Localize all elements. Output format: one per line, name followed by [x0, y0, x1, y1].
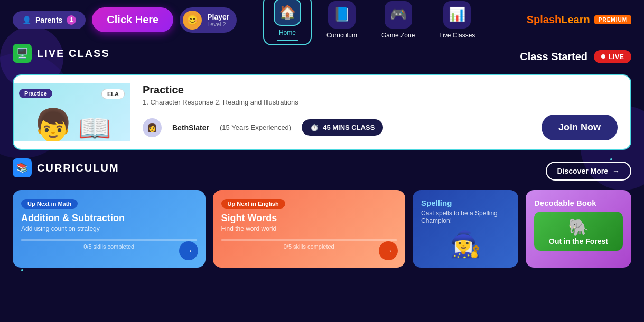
- tab-home-label: Home: [279, 29, 296, 36]
- brand: SplashLearn PREMIUM: [527, 14, 631, 26]
- discover-more-label: Discover More: [557, 167, 608, 175]
- curriculum-card-book[interactable]: Decodable Book 🐘 Out in the Forest: [526, 190, 631, 268]
- main-content: 🖥️ LIVE CLASS Class Started LIVE Practic…: [0, 40, 644, 272]
- curriculum-label: CURRICULUM: [37, 162, 119, 174]
- tab-liveclasses[interactable]: 📊 Live Classes: [430, 0, 484, 43]
- player-info: Player Level 2: [207, 13, 229, 27]
- parents-icon: 👤: [22, 16, 31, 24]
- join-now-label: Join Now: [558, 122, 601, 132]
- tab-gamezone-label: Game Zone: [381, 32, 415, 39]
- tab-curriculum[interactable]: 📘 Curriculum: [317, 0, 367, 43]
- english-progress-text: 0/5 skills completed: [221, 243, 397, 250]
- premium-badge: PREMIUM: [594, 15, 631, 24]
- discover-more-button[interactable]: Discover More →: [546, 162, 631, 181]
- live-class-card: Practice ELA 👦 📖 Practice 1. Character R…: [13, 74, 631, 150]
- tag-ela: ELA: [101, 89, 125, 99]
- math-arrow-button[interactable]: →: [179, 241, 198, 260]
- tab-home[interactable]: 🏠 Home: [263, 0, 312, 45]
- clock-icon: ⏱️: [310, 124, 319, 131]
- teacher-exp: (15 Years Experienced): [220, 124, 291, 131]
- book-inner-title: Out in the Forest: [543, 237, 614, 245]
- math-card-subtitle: Add using count on strategy: [21, 225, 197, 232]
- live-class-header: 🖥️ LIVE CLASS Class Started LIVE: [13, 44, 631, 69]
- card-body: Practice 1. Character Response 2. Readin…: [130, 75, 630, 149]
- teacher-name: BethSlater: [172, 124, 209, 132]
- card-title: Practice: [143, 84, 618, 96]
- english-up-next-tag: Up Next in English: [221, 199, 285, 209]
- spelling-title: Spelling: [421, 198, 510, 207]
- live-class-label: LIVE CLASS: [37, 48, 110, 60]
- curriculum-cards: Up Next in Math Addition & Subtraction A…: [13, 190, 631, 268]
- live-class-icon: 🖥️: [13, 44, 32, 63]
- teacher-avatar: 👩: [143, 118, 162, 137]
- liveclasses-icon: 📊: [443, 1, 471, 29]
- english-card-subtitle: Find the word world: [221, 225, 397, 232]
- card-thumbnail: Practice ELA 👦 📖: [14, 83, 130, 141]
- mins-label: 45 MINS CLASS: [323, 124, 375, 131]
- tag-practice: Practice: [19, 89, 52, 98]
- gamezone-icon: 🎮: [385, 1, 412, 29]
- english-progress-bar: [221, 239, 397, 241]
- brand-splash: Splash: [527, 14, 562, 25]
- curriculum-section-icon: 📚: [13, 158, 32, 177]
- parents-button[interactable]: 👤 Parents 1: [13, 11, 86, 29]
- curriculum-section-title: 📚 CURRICULUM: [13, 158, 119, 177]
- math-progress-bar: [21, 239, 197, 241]
- mins-badge: ⏱️ 45 MINS CLASS: [302, 119, 383, 136]
- curriculum-card-english[interactable]: Up Next in English Sight Words Find the …: [213, 190, 406, 268]
- class-started-area: Class Started LIVE: [520, 50, 631, 63]
- parents-label: Parents: [35, 16, 62, 24]
- arrow-right-icon: →: [612, 167, 620, 175]
- home-icon: 🏠: [274, 0, 301, 26]
- live-dot: [601, 54, 605, 59]
- card-description: 1. Character Response 2. Reading and Ill…: [143, 98, 618, 106]
- player-name: Player: [207, 13, 229, 21]
- tab-underline: [277, 40, 298, 41]
- card-footer: 👩 BethSlater (15 Years Experienced) ⏱️ 4…: [143, 115, 618, 140]
- english-arrow-button[interactable]: →: [379, 241, 398, 260]
- brand-name: SplashLearn: [527, 14, 590, 26]
- join-now-button[interactable]: Join Now: [542, 115, 618, 140]
- curriculum-card-spelling[interactable]: Spelling Cast spells to be a Spelling Ch…: [413, 190, 518, 268]
- notification-dot: 1: [67, 15, 76, 25]
- class-started-text: Class Started: [520, 51, 587, 63]
- player-avatar: 😊: [183, 11, 202, 30]
- tab-gamezone[interactable]: 🎮 Game Zone: [372, 0, 424, 43]
- click-here-button[interactable]: Click Here: [92, 7, 173, 32]
- math-card-title: Addition & Subtraction: [21, 213, 197, 224]
- brand-learn: Learn: [561, 14, 590, 25]
- player-level: Level 2: [207, 21, 229, 27]
- live-class-section-title: 🖥️ LIVE CLASS: [13, 44, 110, 63]
- curriculum-card-math[interactable]: Up Next in Math Addition & Subtraction A…: [13, 190, 206, 268]
- tab-curriculum-label: Curriculum: [326, 32, 357, 39]
- live-badge: LIVE: [594, 50, 631, 63]
- player-badge[interactable]: 😊 Player Level 2: [180, 7, 237, 33]
- header: 👤 Parents 1 Click Here 😊 Player Level 2 …: [0, 0, 644, 40]
- book-title: Decodable Book: [534, 198, 623, 207]
- tab-liveclasses-label: Live Classes: [439, 32, 475, 39]
- spelling-desc: Cast spells to be a Spelling Champion!: [421, 210, 510, 224]
- click-here-label: Click Here: [107, 14, 158, 25]
- nav-tabs: 🏠 Home 📘 Curriculum 🎮 Game Zone 📊 Live C…: [253, 0, 495, 45]
- curriculum-header: 📚 CURRICULUM Discover More →: [13, 158, 631, 184]
- curriculum-icon: 📘: [328, 1, 356, 29]
- live-label: LIVE: [609, 53, 624, 61]
- english-card-title: Sight Words: [221, 213, 397, 224]
- math-progress-text: 0/5 skills completed: [21, 243, 197, 250]
- math-up-next-tag: Up Next in Math: [21, 199, 78, 209]
